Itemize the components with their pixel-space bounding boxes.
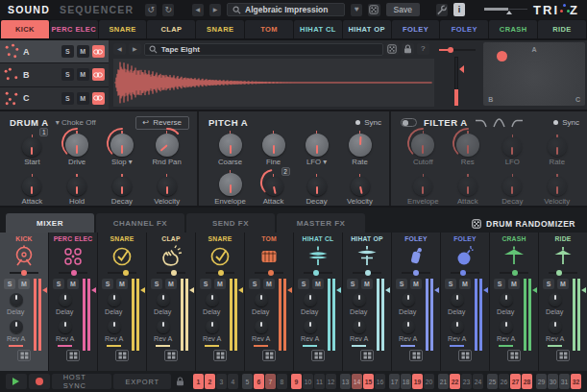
strip-mute-button[interactable]: M bbox=[361, 279, 373, 289]
strip-pan-slider[interactable] bbox=[353, 269, 381, 277]
strip-output-button[interactable] bbox=[17, 350, 31, 361]
strip-reverb-knob[interactable] bbox=[353, 320, 366, 333]
strip-solo-button[interactable]: S bbox=[347, 279, 358, 289]
knob-slop[interactable]: Slop ▾ bbox=[100, 130, 145, 169]
knob-res[interactable]: Res bbox=[446, 130, 491, 169]
step-cell-31[interactable]: 31 bbox=[559, 374, 570, 389]
track-tab[interactable]: FOLEY bbox=[392, 20, 440, 38]
strip-solo-button[interactable]: S bbox=[298, 279, 309, 289]
export-button[interactable]: EXPORT bbox=[113, 374, 171, 389]
step-cell-20[interactable]: 20 bbox=[424, 374, 434, 389]
settings-wrench-button[interactable] bbox=[436, 4, 448, 16]
strip-level-fader[interactable] bbox=[573, 279, 581, 351]
preset-prev-button[interactable]: ◀ bbox=[192, 4, 204, 16]
track-tab[interactable]: RIDE bbox=[538, 20, 586, 38]
layer-solo-button[interactable]: S bbox=[61, 45, 74, 58]
step-cell-30[interactable]: 30 bbox=[548, 374, 558, 389]
track-tab[interactable]: FOLEY bbox=[440, 20, 488, 38]
strip-reverb-knob[interactable] bbox=[206, 320, 219, 333]
sample-search-field[interactable]: Tape Eight bbox=[144, 43, 383, 56]
filter-sync-toggle[interactable]: Sync bbox=[553, 118, 579, 127]
strip-level-fader[interactable] bbox=[34, 279, 42, 351]
strip-level-fader[interactable] bbox=[475, 279, 483, 351]
track-tab[interactable]: CRASH bbox=[489, 20, 537, 38]
knob-rate[interactable]: Rate bbox=[338, 130, 381, 169]
layer-row-c[interactable]: C S M bbox=[0, 87, 109, 110]
nav-tab-sequencer[interactable]: SEQUENCER bbox=[60, 4, 134, 15]
strip-level-fader[interactable] bbox=[279, 279, 287, 351]
record-button[interactable] bbox=[29, 374, 50, 389]
strip-output-button[interactable] bbox=[311, 350, 325, 361]
strip-solo-button[interactable]: S bbox=[249, 279, 260, 289]
knob-lfo[interactable]: LFO bbox=[490, 130, 535, 169]
mixer-strip-hihat-cl[interactable]: HIHAT CL S M Delay Rev A bbox=[294, 233, 342, 371]
step-cell-24[interactable]: 24 bbox=[473, 374, 483, 389]
strip-level-fader[interactable] bbox=[426, 279, 434, 351]
strip-mute-button[interactable]: M bbox=[165, 279, 177, 289]
strip-mute-button[interactable]: M bbox=[557, 279, 569, 289]
strip-delay-knob[interactable] bbox=[157, 293, 170, 306]
knob-envelope[interactable]: Envelope bbox=[401, 169, 446, 208]
strip-output-button[interactable] bbox=[409, 350, 423, 361]
mixer-strip-snare[interactable]: SNARE S M Delay Rev A bbox=[196, 233, 244, 371]
step-cell-6[interactable]: 6 bbox=[254, 374, 264, 389]
strip-delay-knob[interactable] bbox=[353, 293, 366, 306]
preset-search-field[interactable]: Algebraic Impression bbox=[227, 3, 345, 16]
lower-tab-master-fx[interactable]: MASTER FX bbox=[277, 213, 365, 233]
choke-dropdown[interactable]: ▾ Choke Off bbox=[56, 118, 96, 127]
step-cell-29[interactable]: 29 bbox=[536, 374, 547, 389]
step-cell-9[interactable]: 9 bbox=[291, 374, 302, 389]
track-tab[interactable]: HIHAT OP bbox=[343, 20, 391, 38]
strip-reverb-knob[interactable] bbox=[451, 320, 464, 333]
mixer-strip-snare[interactable]: SNARE S M Delay Rev A bbox=[98, 233, 146, 371]
step-cell-17[interactable]: 17 bbox=[389, 374, 400, 389]
fader-handle-icon[interactable] bbox=[483, 287, 488, 293]
strip-pan-slider[interactable] bbox=[304, 269, 332, 277]
strip-level-fader[interactable] bbox=[230, 279, 238, 351]
step-cell-25[interactable]: 25 bbox=[487, 374, 498, 389]
knob-velocity[interactable]: Velocity bbox=[144, 169, 189, 208]
lowpass-icon[interactable] bbox=[475, 118, 487, 128]
strip-delay-knob[interactable] bbox=[500, 293, 513, 306]
strip-mute-button[interactable]: M bbox=[312, 279, 324, 289]
strip-output-button[interactable] bbox=[507, 350, 521, 361]
sample-random-button[interactable] bbox=[386, 43, 399, 55]
step-cell-28[interactable]: 28 bbox=[522, 374, 532, 389]
strip-delay-knob[interactable] bbox=[10, 293, 23, 306]
bandpass-icon[interactable] bbox=[493, 118, 505, 128]
sample-next-button[interactable]: ▶ bbox=[129, 43, 141, 55]
knob-velocity[interactable]: Velocity bbox=[338, 169, 381, 208]
step-cell-7[interactable]: 7 bbox=[265, 374, 276, 389]
save-button[interactable]: Save bbox=[386, 3, 420, 16]
strip-output-button[interactable] bbox=[458, 350, 472, 361]
strip-mute-button[interactable]: M bbox=[214, 279, 226, 289]
strip-output-button[interactable] bbox=[164, 350, 178, 361]
mixer-strip-foley[interactable]: FOLEY S M Delay Rev A bbox=[392, 233, 440, 371]
mixer-strip-tom[interactable]: TOM S M Delay Rev A bbox=[245, 233, 293, 371]
knob-attack[interactable]: Attack bbox=[446, 169, 491, 208]
knob-hold[interactable]: Hold bbox=[55, 169, 100, 208]
strip-solo-button[interactable]: S bbox=[4, 279, 15, 289]
help-button[interactable]: ? bbox=[417, 43, 429, 55]
step-cell-23[interactable]: 23 bbox=[461, 374, 472, 389]
track-tab[interactable]: HIHAT CL bbox=[294, 20, 342, 38]
sample-lock-button[interactable] bbox=[402, 43, 414, 55]
mixer-strip-clap[interactable]: CLAP S M Delay Rev A bbox=[147, 233, 195, 371]
lower-tab-channel-fx[interactable]: CHANNEL FX bbox=[96, 213, 184, 233]
step-cell-15[interactable]: 15 bbox=[363, 374, 374, 389]
sample-pan-slider[interactable] bbox=[439, 46, 476, 54]
mixer-strip-perc-elec[interactable]: PERC ELEC S M Delay Rev A bbox=[49, 233, 97, 371]
layer-link-button[interactable] bbox=[92, 92, 105, 105]
strip-delay-knob[interactable] bbox=[255, 293, 268, 306]
step-cell-10[interactable]: 10 bbox=[303, 374, 313, 389]
strip-level-fader[interactable] bbox=[132, 279, 140, 351]
strip-pan-slider[interactable] bbox=[59, 269, 87, 277]
knob-fine[interactable]: Fine bbox=[252, 130, 295, 169]
strip-pan-slider[interactable] bbox=[108, 269, 136, 277]
strip-level-fader[interactable] bbox=[83, 279, 91, 351]
fader-handle-icon[interactable] bbox=[459, 65, 464, 73]
fader-handle-icon[interactable] bbox=[434, 287, 439, 293]
layer-link-button[interactable] bbox=[92, 68, 105, 81]
layer-row-a[interactable]: A S M bbox=[0, 40, 109, 62]
strip-delay-knob[interactable] bbox=[549, 293, 562, 306]
